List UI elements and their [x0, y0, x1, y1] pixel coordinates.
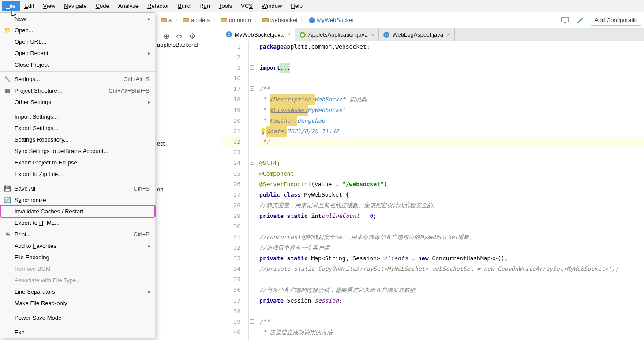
menu-item-project-structure[interactable]: ▦Project Structure...Ctrl+Alt+Shift+S — [0, 85, 155, 96]
menu-item-add-to-favorites[interactable]: Add to Favorites▸ — [0, 240, 155, 251]
code-line[interactable]: * 连接建立成功调用的方法 — [259, 327, 644, 338]
line-number: 19 — [221, 105, 240, 116]
fold-toggle-icon[interactable]: − — [250, 86, 254, 91]
tab-close-icon[interactable]: × — [446, 32, 451, 38]
menu-item-import-settings[interactable]: Import Settings... — [0, 111, 155, 122]
code-line[interactable] — [259, 274, 644, 285]
tab-close-icon[interactable]: × — [370, 32, 375, 38]
code-line[interactable]: @Component — [259, 168, 644, 179]
code-line[interactable]: import ... — [259, 63, 644, 73]
menu-item-invalidate-caches-restart[interactable]: Invalidate Caches / Restart... — [0, 205, 155, 217]
project-item[interactable]: appletsBackend — [155, 41, 200, 50]
menu-refactor[interactable]: Refactor — [143, 1, 173, 11]
code-line[interactable]: //静态变量，用来记录当前在线连接数。应该把它设计成线程安全的。 — [259, 200, 644, 211]
menu-item-line-separators[interactable]: Line Separators▸ — [0, 286, 155, 297]
menu-item-settings[interactable]: 🔧Settings...Ctrl+Alt+S — [0, 73, 155, 85]
menu-help[interactable]: Help — [286, 1, 307, 11]
code-line[interactable]: private static Map<String, Session> clie… — [259, 253, 644, 264]
menu-item-other-settings[interactable]: Other Settings▸ — [0, 96, 155, 108]
breadcrumb-seg[interactable]: common — [219, 16, 253, 24]
breadcrumb-seg[interactable]: websocket — [261, 16, 299, 24]
menu-item-file-encoding[interactable]: File Encoding — [0, 251, 155, 263]
menu-item-export-to-zip-file[interactable]: Export to Zip File... — [0, 168, 155, 179]
code-line[interactable] — [259, 147, 644, 158]
tab-close-icon[interactable]: × — [286, 31, 291, 37]
fold-toggle-icon[interactable]: + — [250, 65, 254, 70]
menu-item-new[interactable]: New▸ — [0, 13, 155, 24]
menu-item-close-project[interactable]: Close Project — [0, 59, 155, 70]
menu-item-exit[interactable]: Exit — [0, 326, 155, 338]
menu-item-export-to-html[interactable]: Export to HTML... — [0, 217, 155, 228]
menu-item-power-save-mode[interactable]: Power Save Mode — [0, 312, 155, 323]
collapse-icon[interactable]: ⇔ — [176, 31, 183, 41]
code-line[interactable] — [259, 306, 644, 317]
fold-toggle-icon[interactable]: − — [250, 161, 254, 165]
menu-vcs[interactable]: VCS — [236, 1, 257, 11]
code-area[interactable]: package applets.common.websocket;import … — [258, 41, 644, 340]
code-line[interactable]: package applets.common.websocket; — [259, 41, 644, 52]
menu-item-export-settings[interactable]: Export Settings... — [0, 122, 155, 134]
code-line[interactable]: /** — [259, 84, 644, 94]
breadcrumb-seg[interactable]: CMyWebSocket — [307, 16, 356, 24]
fold-toggle-icon[interactable]: − — [250, 319, 254, 324]
menu-run[interactable]: Run — [195, 1, 214, 11]
menu-item-open-url[interactable]: Open URL... — [0, 36, 155, 47]
gutter-annotation — [249, 200, 258, 211]
menu-item-make-file-read-only[interactable]: Make File Read-only — [0, 297, 155, 309]
menu-edit[interactable]: Edit — [20, 1, 38, 11]
editor-tab[interactable]: CMyWebSocket.java× — [221, 28, 295, 41]
display-icon[interactable] — [561, 16, 569, 25]
menu-window[interactable]: Window — [257, 1, 286, 11]
code-line[interactable]: //private static CopyOnWriteArraySet<MyW… — [259, 264, 644, 274]
menu-item-open-recent[interactable]: Open Recent▸ — [0, 47, 155, 59]
project-item[interactable]: ect — [155, 139, 166, 149]
code-line[interactable]: 💡@date: 2021/8/20 11:42 — [259, 126, 644, 137]
build-icon[interactable] — [576, 16, 584, 25]
run-configuration-selector[interactable]: Add Configuratio — [591, 15, 641, 26]
code-line[interactable]: private Session session; — [259, 295, 644, 306]
settings-gear-icon[interactable]: ⚙ — [189, 31, 196, 41]
code-line[interactable]: //与某个客户端的连接会话，需要通过它来给客户端发送数据 — [259, 285, 644, 295]
code-line[interactable]: //该项目中只有一个客户端 — [259, 243, 644, 253]
code-line[interactable]: */ — [259, 137, 644, 147]
menu-item-open[interactable]: 📁Open... — [0, 24, 155, 36]
menu-navigate[interactable]: Navigate — [60, 1, 91, 11]
menu-file[interactable]: File — [2, 1, 20, 11]
breadcrumb-seg[interactable]: a — [159, 16, 173, 24]
submenu-arrow-icon: ▸ — [148, 100, 150, 105]
gutter-annotation — [249, 147, 258, 158]
menu-item-label: Synchronize — [15, 197, 46, 203]
code-line[interactable]: @ServerEndpoint(value = "/websocket") — [259, 179, 644, 190]
menu-item-print[interactable]: 🖶Print...Ctrl+P — [0, 228, 155, 240]
menu-tools[interactable]: Tools — [214, 1, 236, 11]
project-item[interactable]: on — [155, 185, 165, 195]
code-line[interactable] — [259, 52, 644, 63]
code-line[interactable]: * @Description: WebSocket-实现类 — [259, 94, 644, 105]
code-line[interactable]: private static int onlineCount = 0; — [259, 211, 644, 221]
menu-item-synchronize[interactable]: 🔄Synchronize — [0, 194, 155, 205]
code-line[interactable]: //concurrent包的线程安全Set，用来存放每个客户端对应的MyWebS… — [259, 232, 644, 243]
breadcrumb-seg[interactable]: applets — [181, 16, 211, 24]
code-line[interactable]: /** — [259, 317, 644, 327]
menu-view[interactable]: View — [38, 1, 60, 11]
code-line[interactable]: @Slf4j — [259, 158, 644, 168]
editor-tab[interactable]: ⬢AppletsApplication.java× — [295, 28, 379, 41]
line-number: 24 — [221, 158, 240, 168]
code-line[interactable]: * @author: dengchao — [259, 116, 644, 126]
hide-icon[interactable]: — — [202, 32, 210, 41]
code-line[interactable] — [259, 73, 644, 84]
target-icon[interactable]: ⊕ — [163, 31, 170, 41]
menu-build[interactable]: Build — [173, 1, 195, 11]
menu-item-sync-settings-to-jetbrains-account[interactable]: Sync Settings to JetBrains Account... — [0, 145, 155, 157]
menu-item-export-project-to-eclipse[interactable]: Export Project to Eclipse... — [0, 157, 155, 168]
code-line[interactable] — [259, 221, 644, 232]
code-line[interactable]: public class MyWebSocket { — [259, 190, 644, 200]
code-line[interactable]: * @ClassName: MyWebSocket — [259, 105, 644, 116]
breadcrumb-sep: 〉 — [301, 17, 305, 23]
menu-code[interactable]: Code — [91, 1, 114, 11]
editor[interactable]: 1231617181920212223242526272829303132333… — [221, 41, 644, 340]
editor-tab[interactable]: CWebLogAspect.java× — [379, 28, 454, 41]
menu-item-save-all[interactable]: 💾Save AllCtrl+S — [0, 183, 155, 194]
menu-item-settings-repository[interactable]: Settings Repository... — [0, 134, 155, 145]
menu-analyze[interactable]: Analyze — [114, 1, 143, 11]
